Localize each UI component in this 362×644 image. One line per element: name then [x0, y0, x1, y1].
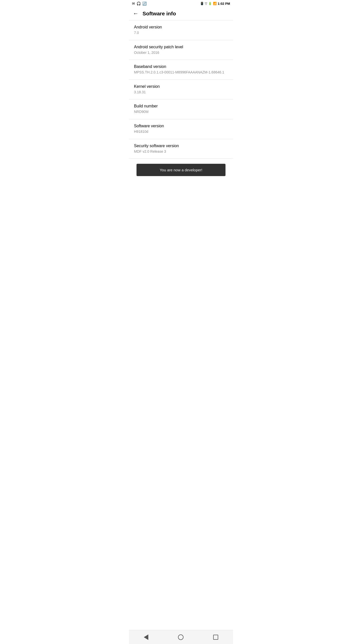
security-patch-value: October 1, 2016 — [134, 50, 228, 55]
software-version-item: Software version H91810d — [129, 119, 233, 139]
developer-toast-message: You are now a developer! — [160, 168, 202, 172]
build-number-value: NRD90M — [134, 109, 228, 114]
time-display: 1:02 PM — [218, 2, 230, 6]
update-icon: 🔄 — [142, 2, 147, 6]
status-bar-right: 📳 ▽ 🔋 📶 1:02 PM — [200, 2, 230, 6]
developer-toast: You are now a developer! — [137, 164, 225, 176]
android-version-item: Android version 7.0 — [129, 20, 233, 40]
status-bar-left: ✉ 🎧 🔄 — [132, 2, 147, 6]
kernel-version-value: 3.18.31 — [134, 90, 228, 95]
kernel-version-item: Kernel version 3.18.31 — [129, 80, 233, 100]
security-software-version-item: Security software version MDF v2.0 Relea… — [129, 139, 233, 159]
battery-icon: 🔋 — [208, 2, 212, 5]
info-list: Android version 7.0 Android security pat… — [129, 20, 233, 181]
kernel-version-label: Kernel version — [134, 84, 228, 89]
build-number-label: Build number — [134, 104, 228, 108]
security-patch-label: Android security patch level — [134, 45, 228, 49]
security-patch-item: Android security patch level October 1, … — [129, 40, 233, 60]
security-software-version-label: Security software version — [134, 144, 228, 148]
status-bar: ✉ 🎧 🔄 📳 ▽ 🔋 📶 1:02 PM — [129, 0, 233, 7]
wifi-icon: ▽ — [205, 2, 207, 5]
header: ← Software info — [129, 7, 233, 20]
software-version-label: Software version — [134, 124, 228, 128]
main-content: Android version 7.0 Android security pat… — [129, 20, 233, 195]
mail-icon: ✉ — [132, 2, 135, 6]
android-version-label: Android version — [134, 25, 228, 29]
signal-icon: 📶 — [213, 2, 217, 5]
back-button[interactable]: ← — [133, 11, 139, 16]
headset-icon: 🎧 — [137, 2, 141, 6]
security-software-version-value: MDF v2.0 Release 3 — [134, 149, 228, 154]
baseband-version-value: MPSS.TH.2.0.1.c3-00011-M8996FAAAANAZM-1.… — [134, 70, 228, 75]
baseband-version-item: Baseband version MPSS.TH.2.0.1.c3-00011-… — [129, 60, 233, 80]
build-number-item[interactable]: Build number NRD90M — [129, 99, 233, 119]
vibrate-icon: 📳 — [200, 2, 204, 5]
page-title: Software info — [143, 11, 176, 17]
toast-wrapper: You are now a developer! — [129, 159, 233, 181]
baseband-version-label: Baseband version — [134, 64, 228, 69]
software-version-value: H91810d — [134, 129, 228, 134]
android-version-value: 7.0 — [134, 30, 228, 35]
